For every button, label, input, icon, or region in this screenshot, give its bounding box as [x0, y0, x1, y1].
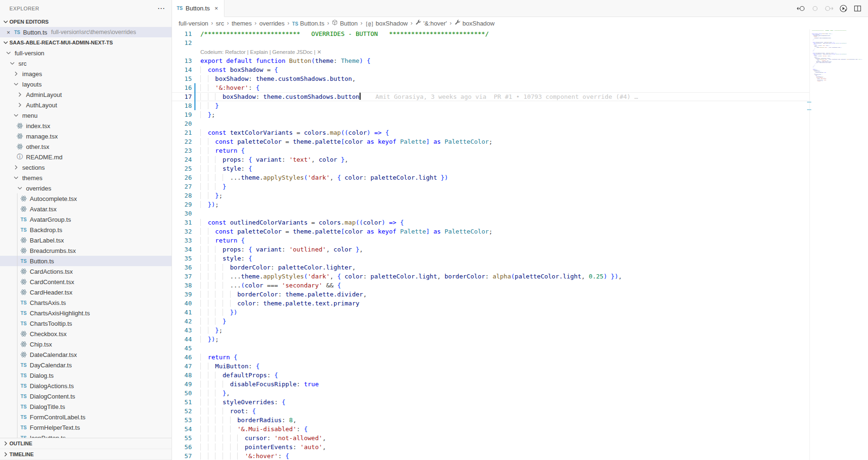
code-line-30[interactable]: 30 [172, 209, 809, 218]
code-line-14[interactable]: 14 const boxShadow = { [172, 65, 809, 74]
tree-item-iconbutton-ts[interactable]: TSIconButton.ts [0, 433, 172, 438]
tree-item-avatar-tsx[interactable]: Avatar.tsx [0, 204, 172, 214]
open-editor-item-button-ts[interactable]: × TS Button.ts full-version\src\themes\o… [0, 27, 172, 37]
tree-item-backdrop-ts[interactable]: TSBackdrop.ts [0, 225, 172, 235]
code-line-34[interactable]: 34 props: { variant: 'outlined', color }… [172, 245, 809, 254]
tree-item-other-tsx[interactable]: other.tsx [0, 141, 172, 152]
code-line-50[interactable]: 50 }, [172, 389, 809, 398]
code-line-44[interactable]: 44 }); [172, 335, 809, 344]
code-line-38[interactable]: 38 ...(color === 'secondary' && { [172, 281, 809, 290]
code-line-54[interactable]: 54 '&.Mui-disabled': { [172, 425, 809, 434]
code-line-22[interactable]: 22 const paletteColor = theme.palette[co… [172, 137, 809, 146]
tree-item-dialogactions-ts[interactable]: TSDialogActions.ts [0, 381, 172, 391]
code-line-16[interactable]: 16 '&:hover': { [172, 83, 809, 92]
codelens-row[interactable]: Codeium: Refactor | Explain | Generate J… [172, 47, 809, 56]
tab-close-icon[interactable]: × [214, 5, 219, 12]
code-line-37[interactable]: 37 ...theme.applyStyles('dark', { color:… [172, 272, 809, 281]
code-line-19[interactable]: 19 }; [172, 110, 809, 119]
nav-circle-icon[interactable] [810, 4, 820, 13]
code-line-32[interactable]: 32 const paletteColor = theme.palette[co… [172, 227, 809, 236]
code-line-20[interactable]: 20 [172, 119, 809, 128]
tree-item-overrides[interactable]: overrides [0, 183, 172, 193]
tree-item-src[interactable]: src [0, 58, 172, 69]
breadcrumb-item-button-ts[interactable]: TSButton.ts [292, 20, 324, 27]
code-line-42[interactable]: 42 } [172, 317, 809, 326]
tree-item-cardactions-tsx[interactable]: CardActions.tsx [0, 266, 172, 277]
code-line-35[interactable]: 35 style: { [172, 254, 809, 263]
breadcrumb-item-boxshadow[interactable]: [@]boxShadow [365, 20, 408, 27]
code-line-27[interactable]: 27 } [172, 182, 809, 191]
tab-button-ts[interactable]: TS Button.ts × [172, 0, 224, 17]
section-header-open-editors[interactable]: OPEN EDITORS [0, 17, 172, 27]
code-line-57[interactable]: 57 '&:hover': { [172, 451, 809, 460]
tree-item-authlayout[interactable]: AuthLayout [0, 100, 172, 110]
breadcrumb-item-button[interactable]: Button [332, 19, 358, 27]
code-line-48[interactable]: 48 defaultProps: { [172, 371, 809, 380]
code-line-29[interactable]: 29 }); [172, 200, 809, 209]
code-line-55[interactable]: 55 cursor: 'not-allowed', [172, 434, 809, 443]
tree-item-dialog-ts[interactable]: TSDialog.ts [0, 370, 172, 381]
breadcrumb-item--hover-[interactable]: '&:hover' [415, 19, 447, 27]
code-line-24[interactable]: 24 props: { variant: 'text', color }, [172, 155, 809, 164]
tree-item-chartsaxishighlight-ts[interactable]: TSChartsAxisHighlight.ts [0, 308, 172, 318]
nav-forward-icon[interactable] [825, 4, 834, 13]
tree-item-adminlayout[interactable]: AdminLayout [0, 89, 172, 100]
code-line-53[interactable]: 53 borderRadius: 8, [172, 416, 809, 425]
tree-item-barlabel-tsx[interactable]: BarLabel.tsx [0, 235, 172, 245]
breadcrumb-item-src[interactable]: src [216, 20, 224, 27]
tree-item-breadcrumbs-tsx[interactable]: Breadcrumbs.tsx [0, 245, 172, 256]
code-line-17[interactable]: 17 boxShadow: theme.customShadows.button… [172, 92, 809, 101]
tree-item-autocomplete-tsx[interactable]: Autocomplete.tsx [0, 193, 172, 204]
code-line-52[interactable]: 52 root: { [172, 407, 809, 416]
tree-item-button-ts[interactable]: TSButton.ts [0, 256, 172, 266]
code-line-28[interactable]: 28 }; [172, 191, 809, 200]
section-header-timeline[interactable]: TIMELINE [0, 449, 172, 460]
tree-item-daycalendar-ts[interactable]: TSDayCalendar.ts [0, 360, 172, 370]
tree-item-chip-tsx[interactable]: Chip.tsx [0, 339, 172, 349]
code-line-45[interactable]: 45 [172, 344, 809, 353]
run-icon[interactable] [839, 4, 848, 13]
tree-item-layouts[interactable]: layouts [0, 79, 172, 89]
code-line-36[interactable]: 36 borderColor: paletteColor.lighter, [172, 263, 809, 272]
tree-item-cardheader-tsx[interactable]: CardHeader.tsx [0, 287, 172, 297]
code-line-15[interactable]: 15 boxShadow: theme.customShadows.button… [172, 74, 809, 83]
codelens-codeium[interactable]: Codeium: Refactor | Explain | Generate J… [200, 49, 321, 55]
tree-item-formcontrollabel-ts[interactable]: TSFormControlLabel.ts [0, 412, 172, 422]
section-header-workspace[interactable]: SAAS-ABLE-REACT-MUI-ADMIN-NEXT-TS [0, 37, 172, 48]
tree-item-menu[interactable]: menu [0, 110, 172, 121]
code-line-47[interactable]: 47 MuiButton: { [172, 362, 809, 371]
breadcrumb-item-overrides[interactable]: overrides [259, 20, 284, 27]
tree-item-full-version[interactable]: full-version [0, 48, 172, 58]
code-line-31[interactable]: 31 const outlinedColorVariants = colors.… [172, 218, 809, 227]
section-header-outline[interactable]: OUTLINE [0, 438, 172, 449]
code-line-40[interactable]: 40 color: theme.palette.text.primary [172, 299, 809, 308]
tree-item-images[interactable]: images [0, 69, 172, 79]
code-line-11[interactable]: 11/************************** OVERRIDES … [172, 29, 809, 38]
code-line-46[interactable]: 46 return { [172, 353, 809, 362]
close-icon[interactable]: × [7, 29, 14, 36]
code-line-51[interactable]: 51 styleOverrides: { [172, 398, 809, 407]
nav-back-icon[interactable] [796, 4, 806, 13]
tree-item-checkbox-tsx[interactable]: Checkbox.tsx [0, 329, 172, 339]
code-line-25[interactable]: 25 style: { [172, 164, 809, 173]
tree-item-themes[interactable]: themes [0, 173, 172, 183]
code-line-12[interactable]: 12 [172, 38, 809, 47]
tree-item-formhelpertext-ts[interactable]: TSFormHelperText.ts [0, 422, 172, 433]
code-line-18[interactable]: 18 } [172, 101, 809, 110]
code-line-33[interactable]: 33 return { [172, 236, 809, 245]
tree-item-chartstooltip-ts[interactable]: TSChartsTooltip.ts [0, 318, 172, 329]
breadcrumb-item-full-version[interactable]: full-version [179, 20, 208, 27]
code-line-26[interactable]: 26 ...theme.applyStyles('dark', { color:… [172, 173, 809, 182]
explorer-more-icon[interactable]: ⋯ [157, 6, 165, 11]
tree-item-dialogtitle-ts[interactable]: TSDialogTitle.ts [0, 401, 172, 412]
tree-item-datecalendar-tsx[interactable]: DateCalendar.tsx [0, 349, 172, 360]
split-editor-icon[interactable] [853, 4, 862, 13]
code-line-13[interactable]: 13export default function Button(theme: … [172, 56, 809, 65]
breadcrumb-item-boxshadow[interactable]: boxShadow [455, 19, 495, 27]
code-line-56[interactable]: 56 pointerEvents: 'auto', [172, 443, 809, 451]
code-line-41[interactable]: 41 }) [172, 308, 809, 317]
tree-item-chartsaxis-ts[interactable]: TSChartsAxis.ts [0, 297, 172, 308]
tree-item-dialogcontent-ts[interactable]: TSDialogContent.ts [0, 391, 172, 401]
minimap[interactable]: /************************** OVERRIDES - … [809, 29, 868, 460]
code-line-21[interactable]: 21 const textColorVariants = colors.map(… [172, 128, 809, 137]
